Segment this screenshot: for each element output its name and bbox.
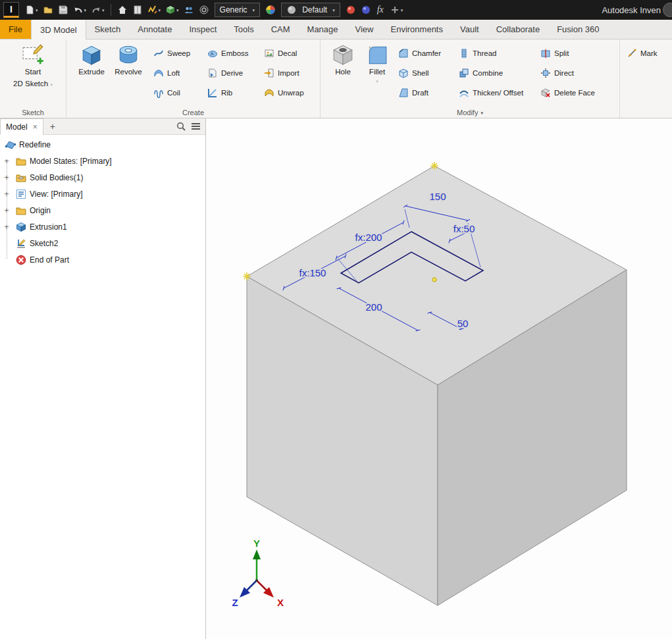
tree-item-view[interactable]: + View: [Primary] xyxy=(0,186,205,202)
close-tab-icon[interactable]: × xyxy=(33,122,38,132)
mark-button[interactable]: Mark xyxy=(624,45,660,61)
dimension-text[interactable]: fx:50 xyxy=(453,223,475,234)
dimension-text[interactable]: fx:150 xyxy=(299,267,326,278)
thread-button[interactable]: Thread xyxy=(456,45,526,61)
new-file-button[interactable]: ▾ xyxy=(23,2,39,18)
draft-button[interactable]: Draft xyxy=(396,84,444,101)
tab-sketch[interactable]: Sketch xyxy=(86,20,130,39)
tab-environments[interactable]: Environments xyxy=(382,20,452,39)
adjust-blue-button[interactable] xyxy=(359,2,373,18)
expand-icon[interactable]: + xyxy=(3,174,11,182)
add-tab-icon[interactable]: + xyxy=(47,121,58,132)
split-icon xyxy=(540,48,551,59)
browser-menu-icon[interactable] xyxy=(190,122,201,131)
expand-icon[interactable]: + xyxy=(3,157,11,165)
start-2d-sketch-button[interactable]: Start 2D Sketch ▾ xyxy=(3,43,63,89)
dropdown-caret-icon[interactable]: ▾ xyxy=(159,8,161,13)
customize-toolbar-button[interactable]: ▾ xyxy=(388,2,405,18)
viewport[interactable]: 150 fx:200 fx:50 fx:150 200 50 Y Z xyxy=(206,118,672,639)
dimension-text[interactable]: 150 xyxy=(429,191,446,202)
sweep-button[interactable]: Sweep xyxy=(151,45,193,61)
import-button[interactable]: Import xyxy=(261,64,307,81)
dimension-text[interactable]: fx:200 xyxy=(355,232,382,243)
delete-face-button[interactable]: Delete Face xyxy=(538,84,598,101)
home-button[interactable] xyxy=(116,2,129,18)
fillet-icon xyxy=(366,43,388,66)
dimension-text[interactable]: 50 xyxy=(457,318,469,329)
cube-model[interactable] xyxy=(247,166,627,605)
tree-item-redefine[interactable]: Redefine xyxy=(0,136,205,153)
extrude-button[interactable]: Extrude xyxy=(73,43,110,78)
search-icon[interactable] xyxy=(176,121,186,132)
browser-tab-model[interactable]: Model × xyxy=(0,118,43,135)
material-select[interactable]: Generic▾ xyxy=(215,3,261,17)
tab-3d-model[interactable]: 3D Model xyxy=(31,20,86,39)
redo-button[interactable]: ▾ xyxy=(90,2,106,18)
inventor-logo-icon[interactable]: I xyxy=(3,2,19,18)
tab-file[interactable]: File xyxy=(0,20,31,39)
direct-button[interactable]: Direct xyxy=(538,64,598,81)
dropdown-caret-icon[interactable]: ▾ xyxy=(36,8,38,13)
account-avatar[interactable] xyxy=(663,3,672,17)
tree-item-sketch2[interactable]: Sketch2 xyxy=(0,235,205,251)
tab-vault[interactable]: Vault xyxy=(452,20,488,39)
save-button[interactable] xyxy=(57,2,70,18)
red-sphere-icon xyxy=(346,5,356,15)
color-ball-button[interactable] xyxy=(264,2,277,18)
dropdown-caret-icon[interactable]: ▾ xyxy=(84,8,87,13)
dropdown-caret-icon[interactable]: ▾ xyxy=(50,82,53,87)
adjust-red-button[interactable] xyxy=(344,2,357,18)
emboss-button[interactable]: Emboss xyxy=(205,45,251,61)
parameters-fx-button[interactable]: fx xyxy=(375,5,386,15)
collaborate-button[interactable] xyxy=(182,2,195,18)
hole-button[interactable]: Hole xyxy=(324,43,361,78)
sketch-point[interactable] xyxy=(432,278,436,282)
loft-button[interactable]: Loft xyxy=(151,64,193,81)
expand-icon[interactable]: + xyxy=(3,190,11,198)
dimension-text[interactable]: 200 xyxy=(365,301,382,313)
material-button[interactable]: ▾ xyxy=(164,2,180,18)
tree-item-solid-bodies[interactable]: + Solid Bodies(1) xyxy=(0,169,205,186)
rib-button[interactable]: Rib xyxy=(205,84,251,101)
modify-panel-label[interactable]: Modify▾ xyxy=(321,109,619,116)
tree-item-model-states[interactable]: + Model States: [Primary] xyxy=(0,153,205,169)
tab-view[interactable]: View xyxy=(347,20,382,39)
sketch-tool-button[interactable]: ▾ xyxy=(146,2,163,18)
tab-manage[interactable]: Manage xyxy=(299,20,347,39)
shell-button[interactable]: Shell xyxy=(396,64,444,81)
expand-icon[interactable]: + xyxy=(3,207,11,215)
viewport-canvas[interactable]: 150 fx:200 fx:50 fx:150 200 50 Y Z xyxy=(206,118,672,639)
fillet-button[interactable]: Fillet ▾ xyxy=(359,43,396,84)
tab-collaborate[interactable]: Collaborate xyxy=(488,20,549,39)
chamfer-button[interactable]: Chamfer xyxy=(396,45,444,61)
tab-cam[interactable]: CAM xyxy=(263,20,299,39)
combine-button[interactable]: Combine xyxy=(456,64,526,81)
tree-item-origin[interactable]: + Origin xyxy=(0,202,205,218)
dropdown-caret-icon[interactable]: ▾ xyxy=(102,8,105,13)
tree-item-end-of-part[interactable]: End of Part xyxy=(0,251,205,268)
expand-icon[interactable]: + xyxy=(3,223,11,231)
dropdown-caret-icon[interactable]: ▾ xyxy=(176,8,179,13)
coil-button[interactable]: Coil xyxy=(151,84,193,101)
tab-fusion360[interactable]: Fusion 360 xyxy=(548,20,607,39)
thread-icon xyxy=(459,48,469,59)
dropdown-caret-icon[interactable]: ▾ xyxy=(480,111,483,115)
revolve-button[interactable]: Revolve xyxy=(110,43,147,78)
iproperties-button[interactable] xyxy=(131,2,144,18)
sweep-icon xyxy=(153,48,164,59)
undo-button[interactable]: ▾ xyxy=(72,2,88,18)
dropdown-caret-icon[interactable]: ▾ xyxy=(376,79,378,84)
appearance-target-button[interactable] xyxy=(197,2,211,18)
appearance-select[interactable]: Default▾ xyxy=(281,3,340,17)
split-button[interactable]: Split xyxy=(538,45,598,61)
open-button[interactable] xyxy=(41,2,55,18)
thicken-offset-button[interactable]: Thicken/ Offset xyxy=(456,84,526,101)
unwrap-button[interactable]: Unwrap xyxy=(261,84,307,101)
derive-button[interactable]: Derive xyxy=(205,64,251,81)
decal-button[interactable]: Decal xyxy=(261,45,307,61)
dropdown-caret-icon[interactable]: ▾ xyxy=(401,8,403,13)
tab-tools[interactable]: Tools xyxy=(225,20,262,39)
tab-inspect[interactable]: Inspect xyxy=(180,20,225,39)
tab-annotate[interactable]: Annotate xyxy=(129,20,180,39)
tree-item-extrusion1[interactable]: + Extrusion1 xyxy=(0,218,205,235)
